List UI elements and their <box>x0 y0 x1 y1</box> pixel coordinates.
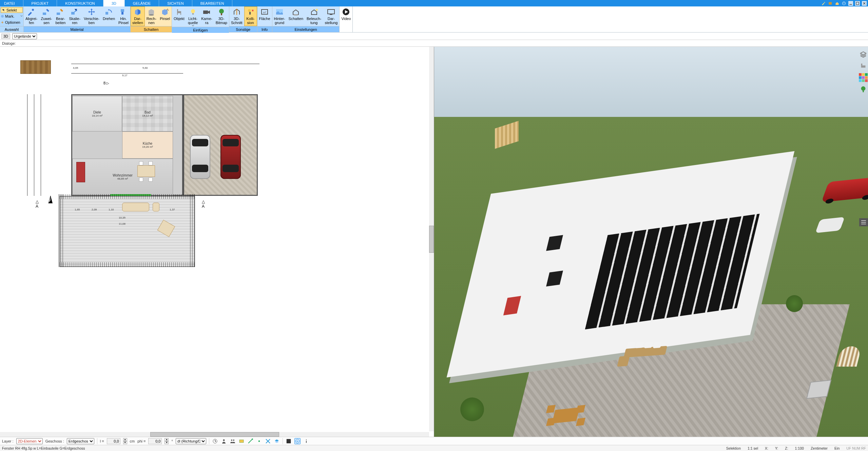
btn-darstellung[interactable]: Dar- stellung <box>323 6 339 26</box>
svg-rect-20 <box>177 11 181 13</box>
ribbon-group-einfuegen: Objekt Licht- quelle Kame- ra 3D- Bitmap… <box>172 6 229 32</box>
close-icon[interactable] <box>862 1 867 6</box>
svg-rect-0 <box>829 2 830 5</box>
snap-select[interactable]: dl (Richtung/Di <box>176 438 206 444</box>
btn-verschieben[interactable]: Verschie- ben <box>82 6 101 26</box>
select-label: Selekt <box>6 8 17 12</box>
menu-konstruktion[interactable]: KONSTRUKTION <box>57 0 103 6</box>
btn-zuweisen[interactable]: Zuwei- sen <box>39 6 54 26</box>
tools-icon[interactable] <box>821 1 826 6</box>
clock-icon[interactable] <box>212 438 218 444</box>
btn-rechnen[interactable]: Rech- nen <box>145 6 158 26</box>
spray-icon <box>160 8 170 16</box>
select-button[interactable]: Selekt <box>1 7 23 13</box>
btn-hinpinsel[interactable]: Hin. Pinsel <box>117 6 130 26</box>
scrollbar-horizontal[interactable] <box>0 432 429 437</box>
dim-wtotal: 9,17 <box>122 74 128 77</box>
btn-objekt[interactable]: Objekt <box>172 6 186 27</box>
btn-schatten[interactable]: Schatten <box>287 6 305 26</box>
info-icon[interactable] <box>303 438 309 444</box>
dim-vline <box>27 94 27 196</box>
phi-input[interactable] <box>148 438 162 444</box>
scroll-thumb[interactable] <box>429 226 434 253</box>
cube-icon <box>133 8 142 16</box>
workspace: 4,65 5,60 9,17 B ▷ Diele 18,14 m² Bad 14… <box>0 47 868 437</box>
maximize-icon[interactable] <box>855 1 860 6</box>
menu-sichten[interactable]: SICHTEN <box>159 0 192 6</box>
scrollbar-vertical[interactable] <box>429 47 434 431</box>
terrain-select[interactable]: Urgelände <box>12 33 37 39</box>
svg-rect-2 <box>831 2 832 5</box>
btn-hinpinsel-label: Hin. Pinsel <box>118 17 129 25</box>
grid-icon[interactable] <box>286 438 292 444</box>
room-wohnzimmer: Wohnzimmer 48,85 m² <box>72 159 173 195</box>
pane-2d[interactable]: 4,65 5,60 9,17 B ▷ Diele 18,14 m² Bad 14… <box>0 47 434 437</box>
btn-3dschnitt[interactable]: 3D- Schnitt <box>229 6 244 26</box>
btn-darstellen[interactable]: Dar- stellen <box>131 6 145 26</box>
svg-rect-39 <box>861 64 863 66</box>
btn-hintergrund-label: Hinter- grund <box>274 17 285 25</box>
btn-beleuchtung[interactable]: Beleuch- tung <box>305 6 323 26</box>
home-icon[interactable] <box>835 1 840 6</box>
library-icon[interactable] <box>828 1 833 6</box>
status-selratio: 1:1 sel <box>748 446 758 450</box>
menu-bearbeiten[interactable]: BEARBEITEN <box>192 0 233 6</box>
rotate-icon <box>104 8 114 16</box>
btn-hintergrund[interactable]: Hinter- grund <box>272 6 287 26</box>
furniture-icon[interactable] <box>860 62 867 70</box>
layers-icon[interactable] <box>860 51 867 58</box>
btn-drehen[interactable]: Drehen <box>101 6 117 26</box>
snap-perp-icon[interactable] <box>265 438 271 444</box>
people-icon[interactable] <box>230 438 236 444</box>
geschoss-select[interactable]: Erdgeschos <box>67 438 94 444</box>
menu-3d[interactable]: 3D <box>103 0 125 6</box>
svg-rect-12 <box>71 12 75 15</box>
help-icon[interactable]: ? <box>842 1 846 6</box>
status-x: X: <box>765 446 768 450</box>
btn-3dbitmap-label: 3D- Bitmap <box>216 17 227 25</box>
scroll-thumb[interactable] <box>150 432 279 437</box>
menu-gelaende[interactable]: GELÄNDE <box>125 0 159 6</box>
btn-lichtquelle[interactable]: Licht- quelle <box>186 6 199 27</box>
btn-kamera[interactable]: Kame- ra <box>199 6 214 27</box>
move-icon <box>87 8 96 16</box>
svg-rect-41 <box>863 90 864 93</box>
palette-icon[interactable] <box>860 74 867 81</box>
north-lock-icon[interactable]: N <box>294 438 301 444</box>
dim-vline <box>34 94 34 196</box>
btn-video[interactable]: Video <box>340 6 352 26</box>
svg-point-16 <box>149 14 154 16</box>
menu-datei[interactable]: DATEI <box>0 0 23 6</box>
person-icon[interactable] <box>221 438 227 444</box>
btn-abgreifen[interactable]: Abgrei- fen <box>24 6 39 26</box>
minimize-icon[interactable] <box>848 1 853 6</box>
layer-toggle-icon[interactable] <box>238 438 245 444</box>
pane-drag-handle[interactable] <box>859 218 868 226</box>
btn-3dbitmap[interactable]: 3D- Bitmap <box>214 6 229 27</box>
btn-flaeche[interactable]: m² Fläche <box>257 6 272 26</box>
vegetation-icon[interactable] <box>860 85 867 93</box>
phi-spin[interactable]: ▲▼ <box>165 438 169 444</box>
dialoge-label: Dialoge: <box>2 41 16 45</box>
options-button[interactable]: Optionen <box>1 19 23 25</box>
snap-layer-icon[interactable] <box>274 438 280 444</box>
l-input[interactable] <box>107 438 120 444</box>
mark-button[interactable]: Mark. <box>1 13 23 19</box>
svg-point-33 <box>293 14 298 16</box>
snap-end-icon[interactable] <box>247 438 253 444</box>
pane-3d[interactable] <box>434 47 868 437</box>
edit-icon <box>56 8 65 16</box>
btn-skalieren[interactable]: Skalie- ren <box>67 6 82 26</box>
shadow-house-icon <box>291 8 301 16</box>
snap-mid-icon[interactable] <box>256 438 262 444</box>
mode-label: 3D <box>1 34 10 39</box>
btn-kollision[interactable]: Kolli- sion <box>244 6 257 26</box>
btn-bearbeiten[interactable]: Bear- beiten <box>54 6 67 26</box>
layer-select[interactable]: 2D-Elemen <box>16 438 43 444</box>
btn-pinsel[interactable]: Pinsel <box>158 6 172 26</box>
phi-label: phi = <box>137 439 146 443</box>
mark-label: Mark. <box>5 14 19 18</box>
l-spin[interactable]: ▲▼ <box>123 438 127 444</box>
btn-rechnen-label: Rech- nen <box>147 17 156 25</box>
menu-projekt[interactable]: PROJEKT <box>23 0 57 6</box>
